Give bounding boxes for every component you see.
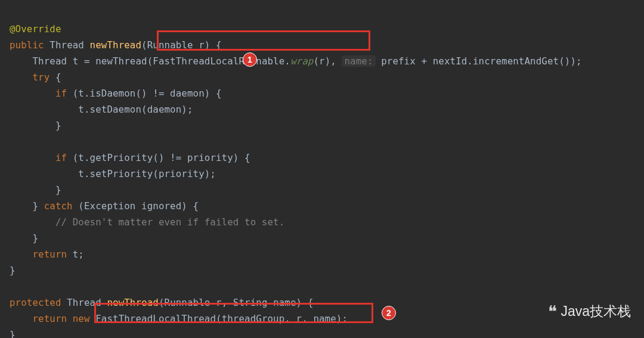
kw-public: public xyxy=(10,39,44,51)
watermark-text: Java技术栈 xyxy=(561,302,631,321)
type-thread-2: Thread xyxy=(67,297,101,308)
kw-return: return xyxy=(32,249,67,260)
type-runnable: Runnable xyxy=(147,39,193,51)
kw-protected: protected xyxy=(10,297,61,308)
param-r: r xyxy=(199,39,205,51)
brace-close-2: } xyxy=(55,184,61,196)
code-block: @Override public Thread newThread(Runnab… xyxy=(0,0,644,338)
dot: . xyxy=(284,55,290,67)
kw-new: new xyxy=(67,313,95,324)
fn-newThread: newThread xyxy=(90,39,142,51)
id-prefix: prefix xyxy=(381,55,416,67)
stmt-setPriority: t.setPriority(priority); xyxy=(78,168,216,179)
watermark: ❝ Java技术栈 xyxy=(548,302,631,321)
annotation-badge-2: 2 xyxy=(382,306,396,320)
ret-t: t; xyxy=(67,249,84,260)
cls-ftlt: FastThreadLocalThread xyxy=(95,313,216,324)
kw-if: if xyxy=(55,88,67,99)
fn-wrap: wrap xyxy=(290,55,313,67)
brace-close-3: } xyxy=(32,232,38,244)
comment-line: // Doesn't matter even if failed to set. xyxy=(55,216,284,228)
dot2: . xyxy=(467,55,473,67)
plus: + xyxy=(416,55,433,67)
stmt-setDaemon: t.setDaemon(daemon); xyxy=(78,104,193,115)
cond-prio: (t.getPriority() != priority) { xyxy=(67,152,250,163)
fn-newThread-2: newThread xyxy=(107,297,159,308)
annotation-badge-1: 1 xyxy=(243,52,257,67)
param-hint-name: name: xyxy=(342,55,375,67)
id-nextId: nextId xyxy=(433,55,467,67)
comma: , xyxy=(330,55,342,67)
space xyxy=(376,55,382,67)
catch-sig: (Exception ignored) { xyxy=(73,200,199,212)
kw-try: try xyxy=(32,72,49,83)
m2-sig: (Runnable r, String name) { xyxy=(159,297,313,308)
annotation-override: @Override xyxy=(10,23,61,35)
type-thread: Thread xyxy=(49,39,84,51)
wrap-args: (r) xyxy=(313,55,330,67)
brace-close-method1: } xyxy=(10,265,16,276)
wechat-icon: ❝ xyxy=(548,302,557,321)
brace-close-1: } xyxy=(55,120,61,131)
ftlt-args: (threadGroup, r, name); xyxy=(216,313,348,324)
kw-catch: catch xyxy=(44,200,73,212)
brace-close-method2: } xyxy=(10,329,16,338)
cond-daemon: (t.isDaemon() != daemon) { xyxy=(67,88,221,99)
fn-incrementAndGet: incrementAndGet xyxy=(473,55,559,67)
decl-t: Thread t = newThread( xyxy=(32,55,153,67)
cls-ftlr: FastThreadLocalRunnable xyxy=(153,55,284,67)
tail: ()); xyxy=(559,55,581,67)
kw-return-2: return xyxy=(32,313,67,324)
kw-if-2: if xyxy=(55,152,67,163)
brace-open: { xyxy=(49,72,61,83)
